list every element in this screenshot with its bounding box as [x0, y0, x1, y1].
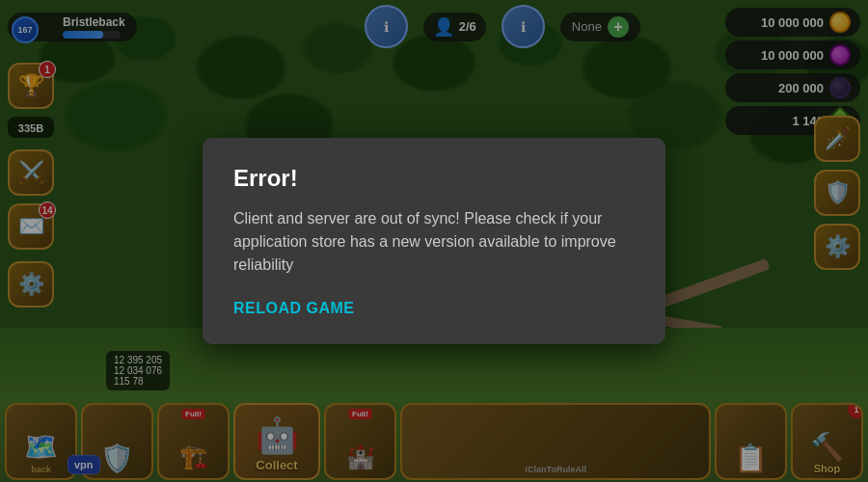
error-dialog: Error! Client and server are out of sync…	[203, 138, 665, 344]
error-overlay: Error! Client and server are out of sync…	[0, 0, 868, 482]
error-message: Client and server are out of sync! Pleas…	[233, 207, 635, 277]
reload-game-button[interactable]: RELOAD GAME	[233, 300, 355, 317]
error-title: Error!	[233, 165, 635, 192]
